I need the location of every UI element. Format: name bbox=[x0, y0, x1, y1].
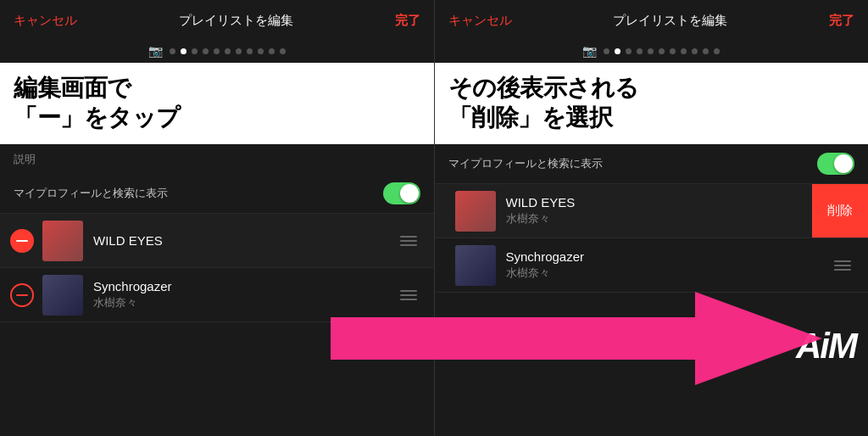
panel-right: キャンセル プレイリストを編集 完了 📷 その後表示される「削除」を選択 マイプ… bbox=[434, 0, 869, 436]
instruction-box-left: 編集画面で「ー」をタップ bbox=[0, 63, 434, 144]
track-list-left: WILD EYES Synchrogazer 水樹奈々 bbox=[0, 214, 434, 436]
album-art-synchro-right bbox=[455, 245, 496, 286]
reorder-handle-synchro-right[interactable] bbox=[827, 254, 858, 277]
track-artist-synchro-left: 水樹奈々 bbox=[93, 295, 387, 310]
album-img-synchro-left bbox=[42, 275, 83, 316]
track-item-synchro-left: Synchrogazer 水樹奈々 bbox=[0, 268, 434, 322]
dot-left-0 bbox=[170, 48, 175, 54]
dot-left-5 bbox=[225, 48, 231, 54]
aim-watermark: AiM bbox=[784, 313, 868, 378]
album-img-synchro-right bbox=[455, 245, 496, 286]
dot-right-10 bbox=[714, 48, 720, 54]
reorder-handle-wild-left[interactable] bbox=[393, 229, 424, 253]
dot-right-5 bbox=[659, 48, 665, 54]
toggle-row-left: マイプロフィールと検索に表示 bbox=[0, 174, 434, 214]
cancel-button-left[interactable]: キャンセル bbox=[14, 13, 77, 29]
playlist-title-right: プレイリストを編集 bbox=[613, 13, 727, 29]
toggle-label-left: マイプロフィールと検索に表示 bbox=[14, 186, 168, 201]
track-title-synchro-right: Synchrogazer bbox=[506, 249, 821, 264]
delete-circle-wild-left[interactable] bbox=[10, 229, 34, 253]
toggle-knob-right bbox=[834, 154, 853, 173]
album-img-wild-left bbox=[42, 221, 83, 261]
aim-label: AiM bbox=[796, 326, 856, 366]
screen-container: キャンセル プレイリストを編集 完了 📷 編集画面で「ー」をタップ 説明 bbox=[0, 0, 868, 436]
camera-icon-left: 📷 bbox=[148, 44, 163, 58]
dot-right-7 bbox=[681, 48, 687, 54]
album-art-wild-right bbox=[455, 191, 496, 232]
dot-right-3 bbox=[637, 48, 643, 54]
dot-left-8 bbox=[258, 48, 264, 54]
toggle-row-right: マイプロフィールと検索に表示 bbox=[435, 144, 869, 184]
dot-right-9 bbox=[703, 48, 709, 54]
track-info-wild-left: WILD EYES bbox=[93, 233, 387, 248]
instruction-box-right: その後表示される「削除」を選択 bbox=[435, 63, 869, 144]
panel-left: キャンセル プレイリストを編集 完了 📷 編集画面で「ー」をタップ 説明 bbox=[0, 0, 434, 436]
toggle-knob-left bbox=[400, 184, 419, 203]
camera-icon-right: 📷 bbox=[582, 44, 597, 58]
description-area-left: 説明 bbox=[0, 144, 434, 174]
track-list-right: WILD EYES 水樹奈々 削除 Synchrogazer 水樹奈々 bbox=[435, 184, 869, 436]
track-title-wild-left: WILD EYES bbox=[93, 233, 387, 248]
dot-left-2 bbox=[192, 48, 198, 54]
track-info-synchro-right: Synchrogazer 水樹奈々 bbox=[506, 249, 821, 281]
track-item-wild-right: WILD EYES 水樹奈々 削除 bbox=[435, 184, 869, 238]
delete-circle-synchro-left[interactable] bbox=[10, 283, 34, 307]
instruction-text-right: その後表示される「削除」を選択 bbox=[448, 73, 855, 132]
instruction-text-left: 編集画面で「ー」をタップ bbox=[14, 73, 420, 132]
top-bar-left: キャンセル プレイリストを編集 完了 bbox=[0, 0, 434, 37]
album-art-synchro-left bbox=[42, 275, 83, 316]
dot-left-3 bbox=[203, 48, 209, 54]
track-info-synchro-left: Synchrogazer 水樹奈々 bbox=[93, 279, 387, 310]
track-item-wild-left: WILD EYES bbox=[0, 214, 434, 268]
track-item-synchro-right: Synchrogazer 水樹奈々 bbox=[435, 238, 869, 293]
reorder-handle-synchro-left[interactable] bbox=[393, 283, 424, 307]
dot-right-8 bbox=[692, 48, 698, 54]
dot-left-6 bbox=[236, 48, 242, 54]
cancel-button-right[interactable]: キャンセル bbox=[448, 13, 512, 29]
dot-left-9 bbox=[269, 48, 275, 54]
dot-right-0 bbox=[604, 48, 609, 54]
done-button-right[interactable]: 完了 bbox=[829, 13, 854, 29]
description-label-left: 説明 bbox=[14, 153, 36, 165]
dot-left-10 bbox=[280, 48, 286, 54]
dot-right-6 bbox=[670, 48, 676, 54]
toggle-label-right: マイプロフィールと検索に表示 bbox=[448, 156, 603, 171]
dot-right-1 bbox=[615, 48, 620, 54]
toggle-switch-right[interactable] bbox=[817, 153, 854, 175]
delete-minus-wild-left bbox=[16, 240, 28, 242]
track-artist-synchro-right: 水樹奈々 bbox=[506, 266, 821, 281]
dot-left-7 bbox=[247, 48, 253, 54]
toggle-switch-left[interactable] bbox=[383, 182, 420, 204]
done-button-left[interactable]: 完了 bbox=[395, 13, 420, 29]
dot-right-2 bbox=[626, 48, 632, 54]
track-title-synchro-left: Synchrogazer bbox=[93, 279, 387, 293]
album-img-wild-right bbox=[455, 191, 496, 232]
dot-right-4 bbox=[648, 48, 654, 54]
playlist-title-left: プレイリストを編集 bbox=[179, 13, 293, 29]
top-bar-right: キャンセル プレイリストを編集 完了 bbox=[435, 0, 869, 37]
album-art-wild-left bbox=[42, 221, 83, 261]
delete-minus-synchro-left bbox=[16, 294, 28, 296]
dot-left-1 bbox=[181, 48, 186, 54]
cover-dots-left: 📷 bbox=[0, 37, 434, 63]
dot-left-4 bbox=[214, 48, 220, 54]
cover-dots-right: 📷 bbox=[435, 37, 869, 63]
delete-button-wild-right[interactable]: 削除 bbox=[812, 184, 868, 238]
